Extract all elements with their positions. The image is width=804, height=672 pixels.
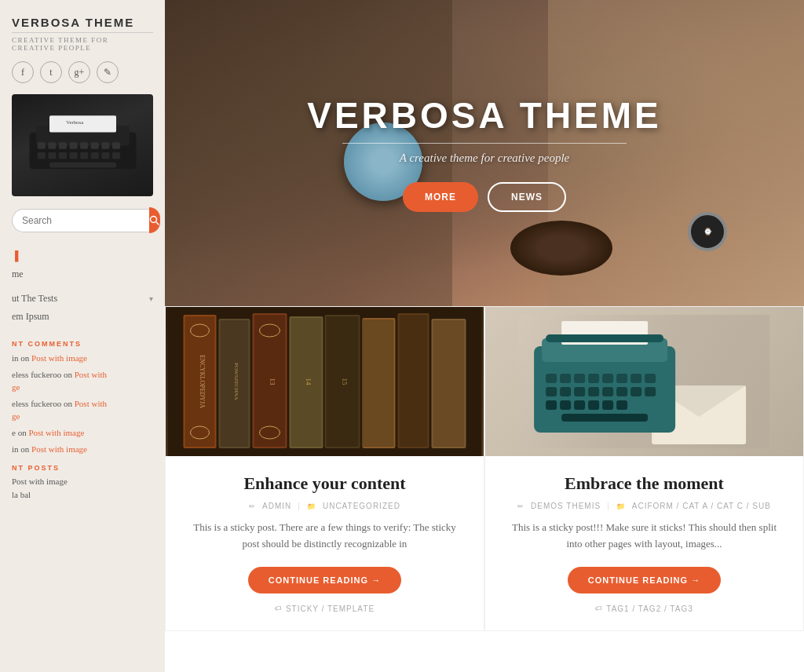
post-item-labal[interactable]: la bal [12, 490, 153, 499]
svg-rect-42 [400, 315, 428, 447]
svg-rect-14 [58, 152, 66, 159]
svg-rect-20 [49, 162, 116, 167]
svg-rect-57 [546, 374, 557, 383]
post-tags-1: 🏷 STICKY / TEMPLATE [188, 604, 462, 613]
svg-text:15: 15 [341, 378, 349, 386]
sidebar-nav-item-empty[interactable] [12, 283, 153, 290]
sidebar-nav-item-me[interactable]: me [12, 265, 153, 283]
svg-rect-40 [363, 320, 394, 447]
svg-rect-63 [631, 374, 642, 383]
search-button[interactable] [149, 207, 160, 233]
sidebar-nav-item-ipsum[interactable]: em Ipsum [12, 308, 153, 326]
hero-subtitle: A creative theme for creative people [307, 152, 662, 165]
svg-rect-76 [589, 400, 600, 410]
hero-title: VERBOSA THEME [307, 94, 662, 137]
svg-rect-13 [48, 152, 56, 159]
books-illustration: ENCYKLOPEDYJA POWSZECHNA 13 14 [166, 307, 484, 456]
svg-rect-66 [561, 387, 572, 396]
svg-rect-6 [58, 142, 66, 149]
main-content: ⌚ VERBOSA THEME A creative theme for cre… [165, 0, 804, 672]
post-card-1: ENCYKLOPEDYJA POWSZECHNA 13 14 [165, 306, 484, 631]
post-meta-1: ✏ ADMIN | 📁 UNCATEGORIZED [188, 502, 462, 510]
svg-rect-58 [561, 374, 572, 383]
comment-item: eless fuckeroo on Post withge [12, 369, 153, 393]
author-icon: ✏ [249, 502, 256, 510]
sidebar-title: VERBOSA THEME [12, 16, 153, 33]
social-icons: f t g+ ✎ [12, 61, 153, 83]
svg-rect-17 [90, 152, 98, 159]
svg-rect-11 [111, 142, 119, 149]
svg-rect-44 [433, 320, 465, 447]
svg-rect-70 [617, 387, 628, 396]
comment-link[interactable]: Post withge [12, 399, 107, 420]
post-image-books: ENCYKLOPEDYJA POWSZECHNA 13 14 [166, 307, 484, 456]
hero-title-underline [342, 143, 626, 144]
sidebar-logo-image: Verbosa [12, 94, 153, 196]
twitter-icon[interactable]: t [40, 61, 62, 83]
comment-link[interactable]: Post with image [31, 444, 87, 454]
recent-comments-title: NT COMMENTS [12, 340, 153, 348]
post-tag-label-1: STICKY / TEMPLATE [286, 604, 375, 613]
hero-more-button[interactable]: MORE [403, 182, 478, 212]
svg-text:ENCYKLOPEDYJA: ENCYKLOPEDYJA [199, 355, 206, 408]
post-meta-2: ✏ DEMOS THEMIS | 📁 ACIFORM / CAT A / CAT… [507, 502, 781, 510]
post-title-1: Enhance your content [188, 473, 462, 494]
svg-rect-78 [617, 400, 628, 410]
svg-rect-7 [69, 142, 77, 149]
svg-rect-67 [575, 387, 586, 396]
svg-rect-65 [546, 387, 557, 396]
comment-link[interactable]: Post with image [28, 428, 84, 437]
posts-grid: ENCYKLOPEDYJA POWSZECHNA 13 14 [165, 306, 804, 631]
svg-rect-8 [80, 142, 88, 149]
post-excerpt-1: This is a sticky post. There are a few t… [188, 520, 462, 553]
svg-rect-15 [69, 152, 77, 159]
svg-rect-10 [101, 142, 109, 149]
comment-item: e on Post with image [12, 427, 153, 439]
post-item-image[interactable]: Post with image [12, 477, 153, 486]
post-tags-2: 🏷 TAG1 / TAG2 / TAG3 [507, 604, 781, 613]
search-input[interactable] [12, 209, 149, 232]
svg-rect-60 [589, 374, 600, 383]
continue-reading-button-2[interactable]: CONTINUE READING → [568, 567, 721, 593]
post-category-1: UNCATEGORIZED [323, 502, 400, 510]
svg-text:Verbosa: Verbosa [66, 119, 83, 125]
svg-rect-9 [90, 142, 98, 149]
sidebar: VERBOSA THEME CREATIVE THEME FOR CREATIV… [0, 0, 165, 672]
recent-comments-list: in on Post with image eless fuckeroo on … [12, 352, 153, 456]
hero-text-block: VERBOSA THEME A creative theme for creat… [307, 94, 662, 212]
hero-buttons: MORE NEWS [307, 182, 662, 212]
continue-reading-button-1[interactable]: CONTINUE READING → [248, 567, 401, 593]
post-excerpt-2: This is a sticky post!!! Make sure it st… [507, 520, 781, 553]
googleplus-icon[interactable]: g+ [68, 61, 90, 83]
svg-rect-68 [589, 387, 600, 396]
post-author-2: DEMOS THEMIS [531, 502, 601, 510]
post-tag-label-2: TAG1 / TAG2 / TAG3 [606, 604, 693, 613]
svg-rect-72 [645, 387, 656, 396]
post-author-1: ADMIN [262, 502, 291, 510]
hero-news-button[interactable]: NEWS [488, 182, 566, 212]
category-icon-2: 📁 [616, 502, 626, 510]
comment-link[interactable]: Post with image [31, 353, 87, 363]
comment-link[interactable]: Post withge [12, 370, 107, 391]
search-row [12, 207, 153, 233]
svg-rect-59 [575, 374, 586, 383]
sidebar-nav-item-tests[interactable]: ut The Tests ▾ [12, 290, 153, 308]
svg-rect-56 [546, 334, 664, 342]
svg-rect-74 [561, 400, 572, 410]
svg-rect-77 [603, 400, 614, 410]
tag-icon-2: 🏷 [595, 604, 603, 612]
svg-rect-64 [645, 374, 656, 383]
facebook-icon[interactable]: f [12, 61, 34, 83]
recent-posts-title: NT POSTS [12, 464, 153, 472]
svg-text:POWSZECHNA: POWSZECHNA [233, 363, 239, 400]
svg-rect-5 [48, 142, 56, 149]
sidebar-nav: ▐ me ut The Tests ▾ em Ipsum [12, 247, 153, 326]
comment-item: in on Post with image [12, 352, 153, 364]
post-card-2: Embrace the moment ✏ DEMOS THEMIS | 📁 AC… [484, 306, 804, 631]
sidebar-nav-item-home[interactable]: ▐ [12, 247, 153, 265]
category-icon: 📁 [307, 502, 316, 510]
svg-line-22 [156, 221, 159, 225]
tag-icon-1: 🏷 [275, 604, 283, 612]
hero-section: ⌚ VERBOSA THEME A creative theme for cre… [165, 0, 804, 306]
link-icon[interactable]: ✎ [97, 61, 119, 83]
